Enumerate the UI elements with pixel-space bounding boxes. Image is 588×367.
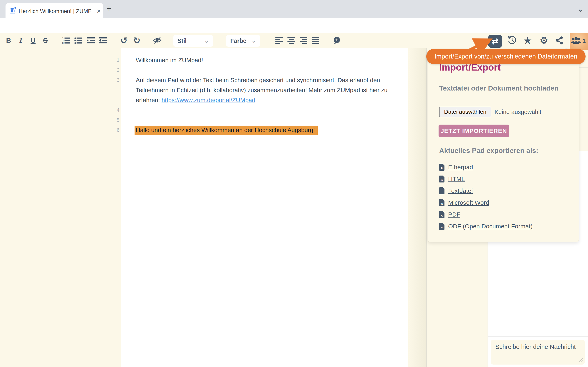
browser-tab[interactable]: Herzlich Willkommen! | ZUMPa ✕: [6, 3, 103, 18]
import-now-button[interactable]: JETZT IMPORTIEREN: [439, 125, 509, 137]
align-right-button[interactable]: [298, 33, 310, 48]
pad-line[interactable]: 2: [136, 65, 399, 75]
svg-text:1: 1: [62, 37, 63, 39]
history-clock-icon: [507, 36, 517, 45]
word-file-icon: W: [439, 199, 444, 206]
strikethrough-button[interactable]: S: [39, 33, 52, 48]
browser-address-bar: ← → ↻ zumpad.zum.de/p/Herzlich_Willkomme…: [0, 18, 588, 33]
eye-off-icon: [153, 36, 162, 44]
file-status-text: Keine ausgewählt: [494, 109, 541, 115]
line-number: 6: [110, 125, 120, 135]
ordered-list-button[interactable]: 1 2 3: [60, 33, 72, 48]
export-heading: Aktuelles Pad exportieren als:: [439, 147, 538, 155]
indent-icon: [87, 37, 95, 44]
italic-button[interactable]: I: [15, 33, 27, 48]
browser-tabstrip: Herzlich Willkommen! | ZUMPa ✕ + ⌄: [0, 0, 588, 18]
users-group-icon: [571, 37, 581, 46]
underline-button[interactable]: U: [27, 33, 39, 48]
pad-line[interactable]: 4: [136, 105, 399, 115]
align-justify-button[interactable]: [310, 33, 322, 48]
share-nodes-icon: [555, 36, 563, 45]
zum-favicon: [9, 7, 17, 15]
chat-message-input[interactable]: [491, 340, 585, 365]
export-row-html[interactable]: </> HTML: [439, 173, 532, 185]
tab-close-icon[interactable]: ✕: [96, 8, 101, 15]
share-pad-button[interactable]: [553, 33, 566, 48]
chat-separator: [488, 336, 588, 337]
align-justify-icon: [312, 37, 320, 44]
file-chooser-row: Datei auswählen Keine ausgewählt: [439, 107, 541, 117]
odf-file-icon: ≡: [439, 223, 444, 230]
align-center-button[interactable]: [285, 33, 297, 48]
line-number: 3: [110, 75, 120, 85]
undo-button[interactable]: ↺: [118, 33, 130, 48]
hide-authorship-colors-button[interactable]: [151, 33, 163, 48]
import-export-panel: Import/Export Textdatei oder Dokument ho…: [428, 51, 579, 242]
export-link-html[interactable]: HTML: [448, 175, 465, 183]
export-link-word[interactable]: Microsoft Word: [448, 199, 489, 206]
export-row-etherpad[interactable]: P Etherpad: [439, 161, 532, 173]
new-tab-button[interactable]: +: [107, 4, 111, 13]
pdf-file-icon: A: [439, 211, 444, 218]
line-number: 4: [110, 105, 120, 115]
bold-button[interactable]: B: [2, 33, 15, 48]
align-center-icon: [287, 37, 295, 44]
line-number: 1: [110, 55, 120, 65]
unordered-list-icon: [74, 37, 82, 44]
ordered-list-icon: 1 2 3: [62, 37, 70, 44]
outdent-icon: [99, 37, 107, 44]
export-links-list: P Etherpad </> HTML Textdatei W Microsof…: [439, 161, 532, 232]
unordered-list-button[interactable]: [72, 33, 85, 48]
export-link-etherpad[interactable]: Etherpad: [448, 164, 473, 171]
highlighted-text: Hallo und ein herzliches Willkommen an d…: [135, 125, 318, 135]
add-comment-button[interactable]: [331, 33, 343, 48]
align-left-icon: [276, 37, 283, 44]
svg-text:3: 3: [62, 42, 63, 44]
favorite-star-button[interactable]: ★: [521, 33, 534, 48]
export-row-textdatei[interactable]: Textdatei: [439, 185, 532, 197]
pad-hyperlink[interactable]: https://www.zum.de/portal/ZUMpad: [162, 97, 255, 103]
window-chevron-icon[interactable]: ⌄: [577, 4, 584, 13]
settings-gear-button[interactable]: ⚙: [538, 33, 550, 48]
etherpad-file-icon: P: [439, 164, 444, 171]
export-row-pdf[interactable]: A PDF: [439, 209, 532, 220]
pad-line[interactable]: 1 Willkommen im ZUMpad!: [136, 55, 399, 65]
export-link-odf[interactable]: ODF (Open Document Format): [448, 223, 532, 230]
pad-line[interactable]: 3 Auf diesem Pad wird der Text beim Schr…: [136, 75, 399, 105]
indent-button[interactable]: [85, 33, 97, 48]
annotation-tooltip: Import/Export von/zu verschiedenen Datei…: [426, 49, 586, 64]
history-button[interactable]: [506, 33, 518, 48]
svg-text:2: 2: [62, 39, 63, 42]
pad-line[interactable]: 5: [136, 115, 399, 125]
export-link-pdf[interactable]: PDF: [448, 211, 460, 218]
users-popup-edge: [579, 67, 588, 68]
export-row-word[interactable]: W Microsoft Word: [439, 197, 532, 209]
pad-line[interactable]: 6 Hallo und ein herzliches Willkommen an…: [136, 125, 399, 135]
upload-heading: Textdatei oder Dokument hochladen: [439, 84, 559, 92]
color-dropdown[interactable]: Farbe ⌄: [226, 35, 260, 47]
comment-plus-icon: [333, 36, 341, 45]
html-file-icon: </>: [439, 175, 444, 183]
line-number: 2: [110, 65, 120, 75]
pad-right-gutter: [408, 48, 426, 367]
align-left-button[interactable]: [273, 33, 285, 48]
style-dropdown[interactable]: Stil ⌄: [173, 35, 213, 47]
export-link-textdatei[interactable]: Textdatei: [448, 187, 473, 194]
outdent-button[interactable]: [97, 33, 109, 48]
export-row-odf[interactable]: ≡ ODF (Open Document Format): [439, 220, 532, 232]
chevron-down-icon: ⌄: [251, 38, 256, 44]
line-number: 5: [110, 115, 120, 125]
chevron-down-icon: ⌄: [204, 38, 209, 44]
choose-file-button[interactable]: Datei auswählen: [439, 107, 491, 117]
chat-resize-handle[interactable]: [579, 359, 583, 363]
align-right-icon: [300, 37, 308, 44]
user-count-badge: 1: [582, 38, 586, 44]
text-file-icon: [439, 187, 444, 194]
pad-right-border: [426, 48, 426, 367]
pad-text-area[interactable]: 1 Willkommen im ZUMpad! 2 3 Auf diesem P…: [136, 55, 399, 135]
annotation-arrow: [455, 33, 496, 57]
pad-line-text: Willkommen im ZUMpad!: [136, 57, 203, 63]
redo-button[interactable]: ↻: [131, 33, 143, 48]
tab-title: Herzlich Willkommen! | ZUMPa: [18, 8, 91, 15]
